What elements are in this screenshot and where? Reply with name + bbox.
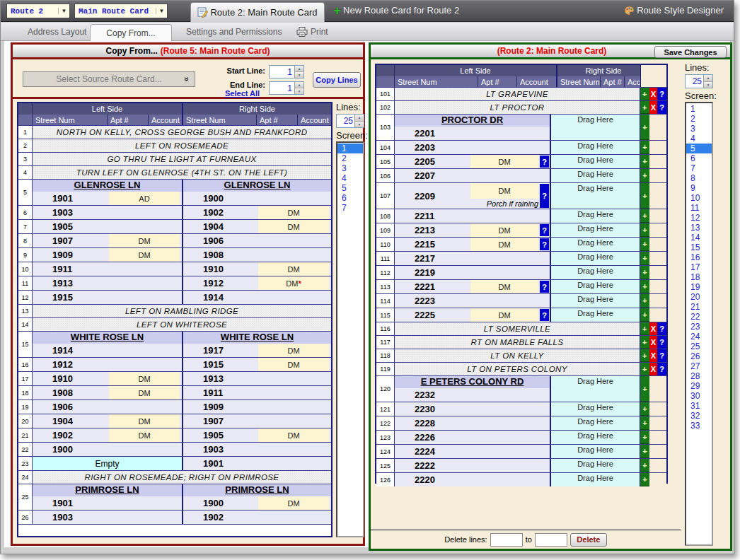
address-line[interactable]: 1911 [183, 386, 331, 399]
drag-here-cell[interactable]: Drag Here [550, 416, 640, 430]
left-side-cell[interactable]: 2213DM? [395, 223, 550, 237]
add-line-button[interactable]: + [640, 101, 649, 114]
street-number[interactable]: 2211 [395, 209, 550, 223]
address-line[interactable]: 2224 [395, 445, 550, 458]
street-number[interactable]: 1909 [33, 248, 109, 262]
delete-line-button[interactable]: X [649, 322, 658, 335]
help-button[interactable]: ? [657, 101, 666, 114]
address-line[interactable]: 1904DM [33, 414, 182, 428]
address-line[interactable]: 1915DM [183, 358, 331, 371]
address-line[interactable]: 1900DM [183, 496, 331, 510]
help-button[interactable]: ? [657, 88, 666, 100]
add-line-button[interactable]: + [640, 445, 649, 458]
delete-button[interactable]: Delete [570, 533, 607, 547]
street-number[interactable]: 1912 [183, 276, 258, 290]
address-line[interactable]: 1909 [183, 400, 331, 414]
delete-end-input[interactable] [535, 533, 567, 547]
street-number[interactable]: 1907 [183, 414, 331, 428]
street-number[interactable]: 1903 [183, 443, 331, 456]
address-line[interactable]: 2207 [395, 169, 550, 182]
address-line[interactable]: 1906 [33, 400, 182, 414]
drag-here-cell[interactable]: Drag Here [550, 183, 640, 209]
screen-list-item[interactable]: 25 [686, 342, 712, 351]
address-line[interactable]: 1901 [183, 457, 331, 470]
screen-list-item[interactable]: 18 [686, 272, 712, 282]
screen-list-item[interactable]: 32 [686, 411, 712, 421]
screen-list-item[interactable]: 20 [686, 292, 712, 302]
help-button[interactable]: ? [657, 322, 666, 335]
street-number[interactable]: 1900 [183, 192, 331, 205]
screen-list-item[interactable]: 17 [686, 262, 712, 272]
left-side-cell[interactable]: 2230 [395, 402, 550, 416]
street-number[interactable]: 1917 [183, 344, 258, 357]
street-number[interactable]: 2224 [395, 445, 550, 458]
add-line-button[interactable]: + [640, 459, 649, 472]
delivery-tag[interactable]: DM [470, 308, 538, 322]
add-line-button[interactable]: + [640, 349, 649, 362]
street-number[interactable]: 2209 [395, 183, 470, 209]
delete-line-button[interactable]: X [649, 101, 658, 114]
left-side-cell[interactable]: 2224 [395, 445, 550, 458]
address-line[interactable]: 1908 [183, 248, 331, 262]
street-number[interactable]: 2205 [395, 155, 470, 168]
drag-here-cell[interactable]: Drag Here [550, 155, 640, 168]
left-side-cell[interactable]: 2220 [395, 473, 550, 486]
left-side-cell[interactable]: PROCTOR DR2201 [395, 115, 550, 140]
street-number[interactable]: 2223 [395, 294, 550, 308]
address-line[interactable]: 1901 [33, 496, 182, 510]
address-line[interactable]: 1902DM [33, 428, 182, 442]
address-line[interactable]: Empty [33, 457, 182, 470]
direction-text[interactable]: TURN LEFT ON GLENROSE (4TH ST. ON THE LE… [33, 166, 331, 179]
spin-down-icon[interactable]: ▼ [295, 88, 303, 94]
delivery-tag[interactable]: DM [470, 155, 538, 168]
delivery-tag[interactable]: DM [109, 372, 180, 385]
screen-list-item[interactable]: 2 [686, 114, 712, 124]
active-route-card-tab[interactable]: Route 2: Main Route Card [190, 2, 325, 22]
street-number[interactable]: 2220 [395, 473, 550, 486]
address-line[interactable]: 1907 [183, 414, 331, 428]
screen-list-item[interactable]: 28 [686, 371, 712, 381]
add-line-button[interactable]: + [640, 238, 649, 251]
add-line-button[interactable]: + [640, 88, 649, 100]
street-number[interactable]: 2222 [395, 459, 550, 472]
street-name[interactable]: WHITE ROSE LN [183, 332, 331, 344]
screen-list-item[interactable]: 2 [337, 153, 363, 163]
street-number[interactable]: 2207 [395, 169, 550, 182]
street-number[interactable]: 1905 [33, 220, 182, 233]
print-button[interactable]: Print [289, 23, 335, 41]
address-line[interactable]: 2215DM [395, 238, 550, 251]
street-number[interactable]: 1903 [33, 206, 182, 219]
street-number[interactable]: 1902 [183, 206, 258, 219]
add-line-button[interactable]: + [640, 183, 649, 209]
address-line[interactable]: 1902DM [183, 206, 331, 219]
address-line[interactable]: 1913 [33, 276, 182, 290]
delivery-tag[interactable]: DM [470, 238, 538, 251]
add-line-button[interactable]: + [640, 336, 649, 349]
direction-text[interactable]: LT SOMERVILLE [395, 322, 640, 335]
street-number[interactable]: 1901 [33, 496, 182, 510]
screen-list-item[interactable]: 11 [686, 203, 712, 213]
drag-here-cell[interactable]: Drag Here [550, 280, 640, 293]
street-number[interactable]: 2217 [395, 252, 550, 265]
help-button[interactable]: ? [657, 336, 666, 349]
route-select-dropdown[interactable]: Route 2 ▼ [6, 4, 70, 18]
address-line[interactable]: 2226 [395, 431, 550, 444]
screen-list-item[interactable]: 29 [686, 381, 712, 391]
street-number[interactable]: 1902 [183, 511, 331, 524]
source-card-dropdown[interactable]: Select Source Route Card... « [23, 71, 195, 87]
screen-list-item[interactable]: 1 [337, 144, 363, 153]
copy-lines-button[interactable]: Copy Lines [313, 72, 361, 88]
add-line-button[interactable]: + [640, 431, 649, 444]
delivery-tag[interactable]: DM [258, 344, 329, 357]
street-number[interactable]: 1913 [183, 372, 331, 385]
street-number[interactable]: 2230 [395, 402, 550, 416]
address-line[interactable]: 2230 [395, 402, 550, 416]
screen-list-item[interactable]: 5 [337, 183, 363, 193]
delivery-tag[interactable]: DM [470, 280, 538, 293]
direction-text[interactable]: RIGHT ON ROSEMEADE; RIGHT ON PRIMROSE [33, 471, 331, 484]
drag-here-cell[interactable]: Drag Here [550, 308, 640, 322]
address-line[interactable]: 2213DM [395, 223, 550, 237]
street-number[interactable]: 1910 [183, 262, 258, 276]
address-line[interactable]: 2232 [395, 388, 550, 402]
screen-list-item[interactable]: 14 [686, 233, 712, 243]
